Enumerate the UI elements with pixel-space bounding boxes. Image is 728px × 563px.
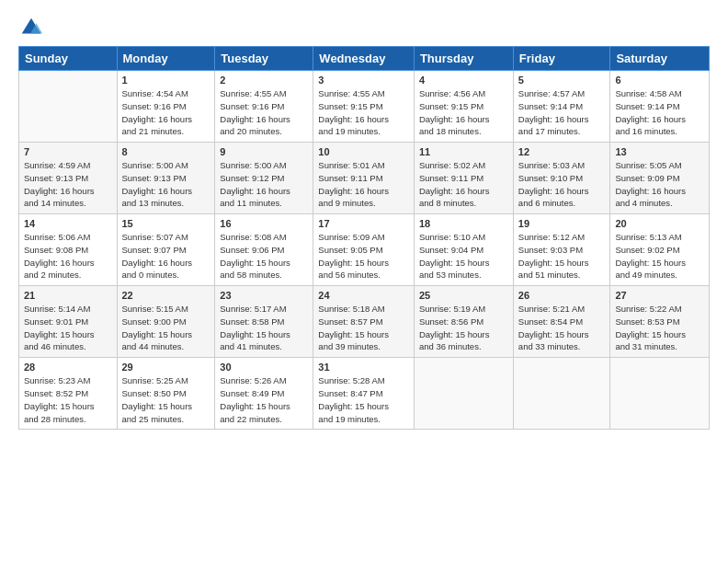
calendar-week-row: 28Sunrise: 5:23 AM Sunset: 8:52 PM Dayli… <box>19 358 710 430</box>
calendar-day-cell: 30Sunrise: 5:26 AM Sunset: 8:49 PM Dayli… <box>215 358 313 430</box>
day-info: Sunrise: 4:55 AM Sunset: 9:16 PM Dayligh… <box>220 87 308 138</box>
calendar-day-cell: 24Sunrise: 5:18 AM Sunset: 8:57 PM Dayli… <box>313 286 415 358</box>
day-number: 21 <box>24 290 112 301</box>
day-number: 30 <box>220 362 308 373</box>
day-number: 19 <box>518 218 606 229</box>
day-number: 24 <box>318 290 409 301</box>
calendar-day-cell: 29Sunrise: 5:25 AM Sunset: 8:50 PM Dayli… <box>117 358 215 430</box>
day-info: Sunrise: 5:10 AM Sunset: 9:04 PM Dayligh… <box>419 231 508 282</box>
calendar-day-cell: 26Sunrise: 5:21 AM Sunset: 8:54 PM Dayli… <box>513 286 610 358</box>
col-header-saturday: Saturday <box>610 47 710 71</box>
calendar-day-cell: 4Sunrise: 4:56 AM Sunset: 9:15 PM Daylig… <box>414 71 513 143</box>
day-number: 5 <box>518 75 606 86</box>
day-info: Sunrise: 5:22 AM Sunset: 8:53 PM Dayligh… <box>615 303 704 353</box>
day-info: Sunrise: 5:21 AM Sunset: 8:54 PM Dayligh… <box>518 303 606 353</box>
day-number: 28 <box>24 362 112 373</box>
header <box>18 15 710 40</box>
calendar-day-cell: 7Sunrise: 4:59 AM Sunset: 9:13 PM Daylig… <box>19 143 118 214</box>
calendar-day-cell: 27Sunrise: 5:22 AM Sunset: 8:53 PM Dayli… <box>610 286 710 358</box>
day-info: Sunrise: 4:58 AM Sunset: 9:14 PM Dayligh… <box>615 87 704 138</box>
day-info: Sunrise: 5:03 AM Sunset: 9:10 PM Dayligh… <box>518 159 606 210</box>
day-info: Sunrise: 5:02 AM Sunset: 9:11 PM Dayligh… <box>419 159 508 210</box>
day-number: 23 <box>220 290 308 301</box>
day-number: 10 <box>318 146 409 157</box>
day-number: 20 <box>615 218 704 229</box>
day-info: Sunrise: 5:12 AM Sunset: 9:03 PM Dayligh… <box>518 231 606 282</box>
calendar-day-cell: 1Sunrise: 4:54 AM Sunset: 9:16 PM Daylig… <box>117 71 215 143</box>
col-header-friday: Friday <box>513 47 610 71</box>
calendar-day-cell: 5Sunrise: 4:57 AM Sunset: 9:14 PM Daylig… <box>513 71 610 143</box>
day-info: Sunrise: 4:59 AM Sunset: 9:13 PM Dayligh… <box>24 159 112 210</box>
day-number: 17 <box>318 218 409 229</box>
calendar-day-cell: 21Sunrise: 5:14 AM Sunset: 9:01 PM Dayli… <box>19 286 118 358</box>
day-info: Sunrise: 4:57 AM Sunset: 9:14 PM Dayligh… <box>518 87 606 138</box>
day-number: 8 <box>122 146 210 157</box>
calendar-day-cell: 3Sunrise: 4:55 AM Sunset: 9:15 PM Daylig… <box>313 71 415 143</box>
day-number: 16 <box>220 218 308 229</box>
calendar-day-cell: 22Sunrise: 5:15 AM Sunset: 9:00 PM Dayli… <box>117 286 215 358</box>
calendar-day-cell: 31Sunrise: 5:28 AM Sunset: 8:47 PM Dayli… <box>313 358 415 430</box>
day-number: 7 <box>24 146 112 157</box>
day-info: Sunrise: 5:17 AM Sunset: 8:58 PM Dayligh… <box>220 303 308 353</box>
day-number: 31 <box>318 362 409 373</box>
day-info: Sunrise: 5:00 AM Sunset: 9:12 PM Dayligh… <box>220 159 308 210</box>
calendar-day-cell: 20Sunrise: 5:13 AM Sunset: 9:02 PM Dayli… <box>610 214 710 286</box>
col-header-thursday: Thursday <box>414 47 513 71</box>
calendar-day-cell: 19Sunrise: 5:12 AM Sunset: 9:03 PM Dayli… <box>513 214 610 286</box>
day-number: 3 <box>318 75 409 86</box>
calendar-day-cell <box>414 358 513 430</box>
day-info: Sunrise: 5:15 AM Sunset: 9:00 PM Dayligh… <box>122 303 210 353</box>
logo-icon <box>18 15 44 40</box>
calendar-day-cell: 28Sunrise: 5:23 AM Sunset: 8:52 PM Dayli… <box>19 358 118 430</box>
day-info: Sunrise: 5:01 AM Sunset: 9:11 PM Dayligh… <box>318 159 409 210</box>
day-info: Sunrise: 5:23 AM Sunset: 8:52 PM Dayligh… <box>24 374 112 425</box>
calendar-day-cell: 25Sunrise: 5:19 AM Sunset: 8:56 PM Dayli… <box>414 286 513 358</box>
day-number: 13 <box>615 146 704 157</box>
day-info: Sunrise: 5:14 AM Sunset: 9:01 PM Dayligh… <box>24 303 112 353</box>
day-number: 27 <box>615 290 704 301</box>
day-info: Sunrise: 4:56 AM Sunset: 9:15 PM Dayligh… <box>419 87 508 138</box>
day-info: Sunrise: 5:08 AM Sunset: 9:06 PM Dayligh… <box>220 231 308 282</box>
calendar-day-cell: 12Sunrise: 5:03 AM Sunset: 9:10 PM Dayli… <box>513 143 610 214</box>
calendar-day-cell: 18Sunrise: 5:10 AM Sunset: 9:04 PM Dayli… <box>414 214 513 286</box>
day-info: Sunrise: 5:05 AM Sunset: 9:09 PM Dayligh… <box>615 159 704 210</box>
day-number: 2 <box>220 75 308 86</box>
day-info: Sunrise: 5:07 AM Sunset: 9:07 PM Dayligh… <box>122 231 210 282</box>
day-number: 6 <box>615 75 704 86</box>
day-number: 14 <box>24 218 112 229</box>
calendar-day-cell: 17Sunrise: 5:09 AM Sunset: 9:05 PM Dayli… <box>313 214 415 286</box>
logo <box>18 15 48 40</box>
day-info: Sunrise: 4:54 AM Sunset: 9:16 PM Dayligh… <box>122 87 210 138</box>
col-header-wednesday: Wednesday <box>313 47 415 71</box>
day-number: 25 <box>419 290 508 301</box>
calendar-week-row: 7Sunrise: 4:59 AM Sunset: 9:13 PM Daylig… <box>19 143 710 214</box>
calendar-day-cell <box>610 358 710 430</box>
calendar-day-cell <box>513 358 610 430</box>
day-number: 18 <box>419 218 508 229</box>
day-number: 12 <box>518 146 606 157</box>
day-info: Sunrise: 5:13 AM Sunset: 9:02 PM Dayligh… <box>615 231 704 282</box>
page: SundayMondayTuesdayWednesdayThursdayFrid… <box>0 0 728 563</box>
day-info: Sunrise: 4:55 AM Sunset: 9:15 PM Dayligh… <box>318 87 409 138</box>
day-info: Sunrise: 5:25 AM Sunset: 8:50 PM Dayligh… <box>122 374 210 425</box>
calendar-week-row: 21Sunrise: 5:14 AM Sunset: 9:01 PM Dayli… <box>19 286 710 358</box>
calendar-table: SundayMondayTuesdayWednesdayThursdayFrid… <box>18 46 710 430</box>
calendar-day-cell: 23Sunrise: 5:17 AM Sunset: 8:58 PM Dayli… <box>215 286 313 358</box>
day-number: 4 <box>419 75 508 86</box>
day-number: 29 <box>122 362 210 373</box>
calendar-day-cell: 14Sunrise: 5:06 AM Sunset: 9:08 PM Dayli… <box>19 214 118 286</box>
day-info: Sunrise: 5:19 AM Sunset: 8:56 PM Dayligh… <box>419 303 508 353</box>
calendar-week-row: 14Sunrise: 5:06 AM Sunset: 9:08 PM Dayli… <box>19 214 710 286</box>
calendar-day-cell: 15Sunrise: 5:07 AM Sunset: 9:07 PM Dayli… <box>117 214 215 286</box>
day-info: Sunrise: 5:06 AM Sunset: 9:08 PM Dayligh… <box>24 231 112 282</box>
day-number: 9 <box>220 146 308 157</box>
day-number: 15 <box>122 218 210 229</box>
calendar-day-cell: 8Sunrise: 5:00 AM Sunset: 9:13 PM Daylig… <box>117 143 215 214</box>
calendar-day-cell: 16Sunrise: 5:08 AM Sunset: 9:06 PM Dayli… <box>215 214 313 286</box>
day-info: Sunrise: 5:28 AM Sunset: 8:47 PM Dayligh… <box>318 374 409 425</box>
calendar-day-cell: 10Sunrise: 5:01 AM Sunset: 9:11 PM Dayli… <box>313 143 415 214</box>
calendar-week-row: 1Sunrise: 4:54 AM Sunset: 9:16 PM Daylig… <box>19 71 710 143</box>
calendar-header-row: SundayMondayTuesdayWednesdayThursdayFrid… <box>19 47 710 71</box>
day-info: Sunrise: 5:26 AM Sunset: 8:49 PM Dayligh… <box>220 374 308 425</box>
day-info: Sunrise: 5:00 AM Sunset: 9:13 PM Dayligh… <box>122 159 210 210</box>
